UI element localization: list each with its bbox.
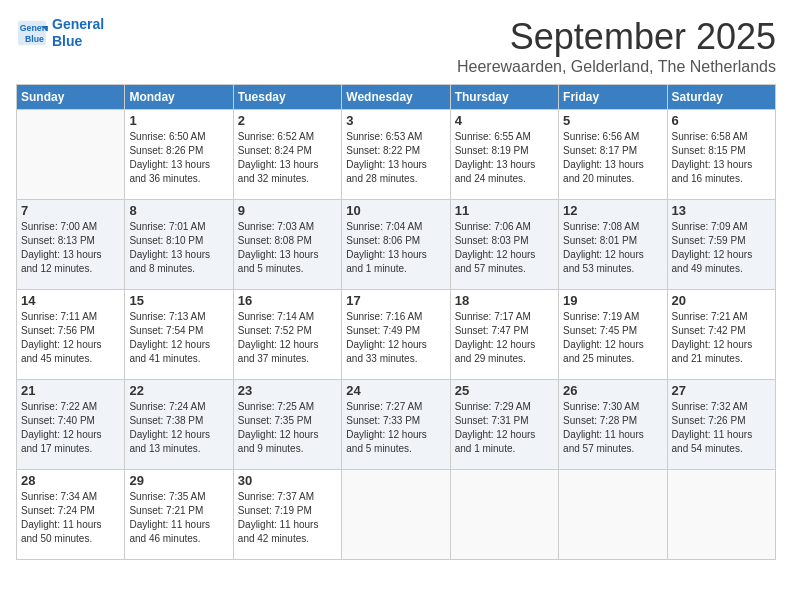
calendar-cell: 12Sunrise: 7:08 AMSunset: 8:01 PMDayligh… <box>559 200 667 290</box>
header-day-thursday: Thursday <box>450 85 558 110</box>
calendar-week-3: 14Sunrise: 7:11 AMSunset: 7:56 PMDayligh… <box>17 290 776 380</box>
day-info: Sunrise: 6:58 AMSunset: 8:15 PMDaylight:… <box>672 130 771 186</box>
logo: General Blue General Blue <box>16 16 104 50</box>
calendar-cell: 1Sunrise: 6:50 AMSunset: 8:26 PMDaylight… <box>125 110 233 200</box>
calendar-cell: 18Sunrise: 7:17 AMSunset: 7:47 PMDayligh… <box>450 290 558 380</box>
day-info: Sunrise: 6:53 AMSunset: 8:22 PMDaylight:… <box>346 130 445 186</box>
day-info: Sunrise: 7:29 AMSunset: 7:31 PMDaylight:… <box>455 400 554 456</box>
calendar-cell <box>342 470 450 560</box>
calendar-cell: 4Sunrise: 6:55 AMSunset: 8:19 PMDaylight… <box>450 110 558 200</box>
calendar-cell: 7Sunrise: 7:00 AMSunset: 8:13 PMDaylight… <box>17 200 125 290</box>
day-number: 22 <box>129 383 228 398</box>
calendar-cell: 28Sunrise: 7:34 AMSunset: 7:24 PMDayligh… <box>17 470 125 560</box>
calendar-cell <box>667 470 775 560</box>
header-day-sunday: Sunday <box>17 85 125 110</box>
calendar-cell <box>559 470 667 560</box>
calendar-cell: 21Sunrise: 7:22 AMSunset: 7:40 PMDayligh… <box>17 380 125 470</box>
day-number: 21 <box>21 383 120 398</box>
calendar-cell: 11Sunrise: 7:06 AMSunset: 8:03 PMDayligh… <box>450 200 558 290</box>
day-info: Sunrise: 7:08 AMSunset: 8:01 PMDaylight:… <box>563 220 662 276</box>
header-day-friday: Friday <box>559 85 667 110</box>
calendar-table: SundayMondayTuesdayWednesdayThursdayFrid… <box>16 84 776 560</box>
day-number: 8 <box>129 203 228 218</box>
calendar-cell: 14Sunrise: 7:11 AMSunset: 7:56 PMDayligh… <box>17 290 125 380</box>
day-info: Sunrise: 7:24 AMSunset: 7:38 PMDaylight:… <box>129 400 228 456</box>
calendar-cell: 9Sunrise: 7:03 AMSunset: 8:08 PMDaylight… <box>233 200 341 290</box>
day-info: Sunrise: 7:03 AMSunset: 8:08 PMDaylight:… <box>238 220 337 276</box>
calendar-cell: 8Sunrise: 7:01 AMSunset: 8:10 PMDaylight… <box>125 200 233 290</box>
day-info: Sunrise: 7:25 AMSunset: 7:35 PMDaylight:… <box>238 400 337 456</box>
calendar-cell: 10Sunrise: 7:04 AMSunset: 8:06 PMDayligh… <box>342 200 450 290</box>
day-info: Sunrise: 6:50 AMSunset: 8:26 PMDaylight:… <box>129 130 228 186</box>
calendar-cell: 5Sunrise: 6:56 AMSunset: 8:17 PMDaylight… <box>559 110 667 200</box>
calendar-cell <box>450 470 558 560</box>
day-info: Sunrise: 7:30 AMSunset: 7:28 PMDaylight:… <box>563 400 662 456</box>
calendar-week-1: 1Sunrise: 6:50 AMSunset: 8:26 PMDaylight… <box>17 110 776 200</box>
calendar-cell: 6Sunrise: 6:58 AMSunset: 8:15 PMDaylight… <box>667 110 775 200</box>
day-info: Sunrise: 7:01 AMSunset: 8:10 PMDaylight:… <box>129 220 228 276</box>
day-number: 17 <box>346 293 445 308</box>
day-number: 10 <box>346 203 445 218</box>
day-number: 11 <box>455 203 554 218</box>
day-info: Sunrise: 7:22 AMSunset: 7:40 PMDaylight:… <box>21 400 120 456</box>
day-number: 26 <box>563 383 662 398</box>
calendar-cell: 15Sunrise: 7:13 AMSunset: 7:54 PMDayligh… <box>125 290 233 380</box>
location-title: Heerewaarden, Gelderland, The Netherland… <box>457 58 776 76</box>
day-number: 25 <box>455 383 554 398</box>
day-info: Sunrise: 7:27 AMSunset: 7:33 PMDaylight:… <box>346 400 445 456</box>
day-info: Sunrise: 6:56 AMSunset: 8:17 PMDaylight:… <box>563 130 662 186</box>
day-info: Sunrise: 7:04 AMSunset: 8:06 PMDaylight:… <box>346 220 445 276</box>
day-info: Sunrise: 7:06 AMSunset: 8:03 PMDaylight:… <box>455 220 554 276</box>
day-number: 29 <box>129 473 228 488</box>
day-info: Sunrise: 7:34 AMSunset: 7:24 PMDaylight:… <box>21 490 120 546</box>
header-day-monday: Monday <box>125 85 233 110</box>
day-info: Sunrise: 7:16 AMSunset: 7:49 PMDaylight:… <box>346 310 445 366</box>
day-number: 12 <box>563 203 662 218</box>
logo-icon: General Blue <box>16 19 48 47</box>
calendar-cell: 3Sunrise: 6:53 AMSunset: 8:22 PMDaylight… <box>342 110 450 200</box>
day-info: Sunrise: 7:14 AMSunset: 7:52 PMDaylight:… <box>238 310 337 366</box>
day-info: Sunrise: 7:35 AMSunset: 7:21 PMDaylight:… <box>129 490 228 546</box>
header-day-saturday: Saturday <box>667 85 775 110</box>
logo-general: General <box>52 16 104 32</box>
day-info: Sunrise: 7:19 AMSunset: 7:45 PMDaylight:… <box>563 310 662 366</box>
day-number: 19 <box>563 293 662 308</box>
day-number: 13 <box>672 203 771 218</box>
calendar-cell: 23Sunrise: 7:25 AMSunset: 7:35 PMDayligh… <box>233 380 341 470</box>
day-number: 4 <box>455 113 554 128</box>
calendar-cell: 13Sunrise: 7:09 AMSunset: 7:59 PMDayligh… <box>667 200 775 290</box>
day-number: 5 <box>563 113 662 128</box>
calendar-cell: 26Sunrise: 7:30 AMSunset: 7:28 PMDayligh… <box>559 380 667 470</box>
day-number: 16 <box>238 293 337 308</box>
day-number: 2 <box>238 113 337 128</box>
logo-text: General Blue <box>52 16 104 50</box>
calendar-cell: 17Sunrise: 7:16 AMSunset: 7:49 PMDayligh… <box>342 290 450 380</box>
day-number: 28 <box>21 473 120 488</box>
day-info: Sunrise: 6:52 AMSunset: 8:24 PMDaylight:… <box>238 130 337 186</box>
calendar-cell: 20Sunrise: 7:21 AMSunset: 7:42 PMDayligh… <box>667 290 775 380</box>
day-info: Sunrise: 7:00 AMSunset: 8:13 PMDaylight:… <box>21 220 120 276</box>
calendar-cell: 30Sunrise: 7:37 AMSunset: 7:19 PMDayligh… <box>233 470 341 560</box>
day-number: 7 <box>21 203 120 218</box>
title-area: September 2025 Heerewaarden, Gelderland,… <box>457 16 776 76</box>
calendar-cell: 24Sunrise: 7:27 AMSunset: 7:33 PMDayligh… <box>342 380 450 470</box>
day-info: Sunrise: 7:17 AMSunset: 7:47 PMDaylight:… <box>455 310 554 366</box>
day-number: 6 <box>672 113 771 128</box>
day-number: 20 <box>672 293 771 308</box>
day-info: Sunrise: 7:13 AMSunset: 7:54 PMDaylight:… <box>129 310 228 366</box>
day-info: Sunrise: 7:32 AMSunset: 7:26 PMDaylight:… <box>672 400 771 456</box>
day-number: 3 <box>346 113 445 128</box>
calendar-cell: 27Sunrise: 7:32 AMSunset: 7:26 PMDayligh… <box>667 380 775 470</box>
calendar-cell <box>17 110 125 200</box>
day-number: 15 <box>129 293 228 308</box>
calendar-cell: 29Sunrise: 7:35 AMSunset: 7:21 PMDayligh… <box>125 470 233 560</box>
header: General Blue General Blue September 2025… <box>16 16 776 76</box>
calendar-week-4: 21Sunrise: 7:22 AMSunset: 7:40 PMDayligh… <box>17 380 776 470</box>
day-info: Sunrise: 7:37 AMSunset: 7:19 PMDaylight:… <box>238 490 337 546</box>
calendar-cell: 22Sunrise: 7:24 AMSunset: 7:38 PMDayligh… <box>125 380 233 470</box>
calendar-week-5: 28Sunrise: 7:34 AMSunset: 7:24 PMDayligh… <box>17 470 776 560</box>
day-number: 1 <box>129 113 228 128</box>
header-day-tuesday: Tuesday <box>233 85 341 110</box>
day-number: 27 <box>672 383 771 398</box>
day-number: 30 <box>238 473 337 488</box>
